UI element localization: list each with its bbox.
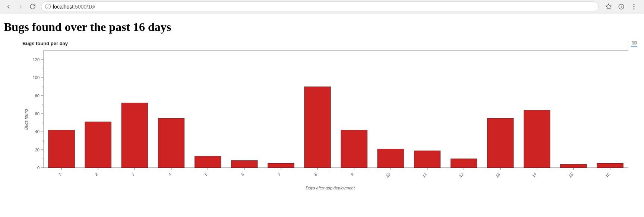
svg-text:0: 0 (37, 166, 40, 170)
nav-arrows-group (3, 3, 38, 10)
bar[interactable] (48, 130, 75, 168)
x-tick-label: 11 (422, 172, 428, 178)
page-title: Bugs found over the past 16 days (4, 20, 640, 34)
svg-text:100: 100 (33, 75, 40, 80)
url-host: localhost (53, 4, 73, 10)
svg-text:20: 20 (35, 148, 40, 152)
browser-right-controls (602, 3, 641, 10)
toolbar-separator (629, 41, 629, 46)
address-bar[interactable]: i localhost:5000/16/ (41, 1, 599, 12)
x-tick-label: 14 (531, 172, 537, 178)
x-tick-label: 2 (94, 172, 99, 177)
menu-dots-icon[interactable] (631, 3, 637, 10)
svg-rect-6 (632, 41, 637, 44)
svg-point-4 (633, 6, 634, 7)
x-tick-label: 8 (313, 172, 318, 176)
x-tick-label: 12 (458, 172, 464, 178)
url-text: localhost:5000/16/ (53, 4, 95, 10)
svg-point-3 (633, 4, 634, 5)
x-tick-label: 15 (568, 172, 574, 178)
bar[interactable] (195, 156, 221, 168)
bar[interactable] (85, 122, 111, 168)
y-axis-label: Bugs found (22, 48, 28, 190)
chart-title: Bugs found per day (22, 41, 640, 46)
chart-container: Bugs found per day Bugs found 0204060801… (4, 41, 640, 190)
bar[interactable] (304, 87, 331, 168)
bar[interactable] (451, 159, 477, 168)
chart-area: Bugs found 02040608010012012345678910111… (22, 48, 640, 190)
bar[interactable] (231, 161, 258, 168)
bar[interactable] (268, 163, 294, 168)
x-tick-label: 4 (167, 172, 172, 177)
back-button[interactable] (5, 3, 12, 10)
x-tick-label: 3 (130, 172, 135, 176)
bar[interactable] (597, 163, 624, 168)
chart-menu-icon[interactable] (631, 41, 637, 47)
info-icon[interactable]: i (45, 4, 51, 9)
bar[interactable] (524, 110, 550, 168)
reload-button[interactable] (29, 3, 36, 10)
x-tick-label: 13 (495, 172, 501, 178)
page-body: Bugs found over the past 16 days Bugs fo… (0, 13, 644, 198)
svg-text:80: 80 (35, 94, 40, 98)
chart-svg-holder: 02040608010012012345678910111213141516 D… (28, 48, 632, 190)
svg-text:120: 120 (33, 57, 40, 62)
x-tick-label: 6 (240, 172, 245, 176)
svg-text:40: 40 (35, 129, 40, 134)
url-path: :5000/16/ (73, 4, 95, 10)
bar[interactable] (378, 149, 404, 168)
svg-point-5 (633, 8, 634, 9)
chart-toolbar (629, 41, 637, 47)
star-icon[interactable] (605, 3, 612, 10)
x-tick-label: 7 (277, 172, 281, 176)
bar[interactable] (560, 164, 587, 168)
page-info-icon[interactable] (618, 3, 625, 10)
x-axis-label: Days after app deployment (28, 186, 632, 190)
x-tick-label: 9 (350, 172, 355, 177)
chart-title-text: Bugs found per day (22, 41, 68, 46)
bar[interactable] (414, 151, 441, 168)
x-tick-label: 16 (604, 172, 611, 178)
bar[interactable] (487, 118, 514, 168)
bar[interactable] (341, 130, 367, 168)
browser-toolbar: i localhost:5000/16/ (0, 0, 644, 13)
forward-button[interactable] (17, 3, 24, 10)
svg-text:60: 60 (35, 111, 40, 116)
x-tick-label: 10 (385, 172, 391, 178)
bar[interactable] (121, 103, 148, 168)
x-tick-label: 1 (57, 172, 62, 177)
x-tick-label: 5 (203, 172, 208, 176)
bar[interactable] (158, 118, 184, 168)
bar-chart: 02040608010012012345678910111213141516 (28, 48, 632, 183)
